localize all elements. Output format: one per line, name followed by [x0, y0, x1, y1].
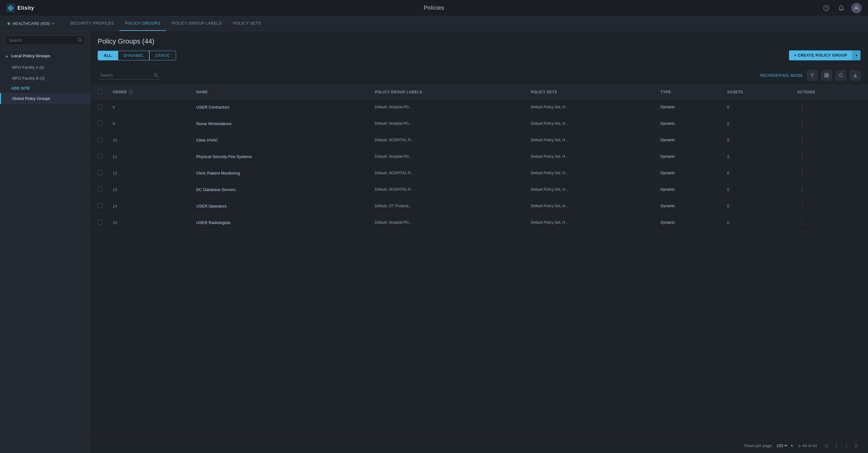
row-actions-button[interactable]: ⋮	[797, 103, 807, 111]
sidebar: ▲ Local Policy Groups MFG Facility A (6)…	[0, 31, 90, 453]
col-order[interactable]: Order i	[107, 85, 191, 99]
filter-icon-button[interactable]	[807, 70, 817, 81]
row-checkbox[interactable]	[98, 170, 103, 175]
order-info-icon[interactable]: i	[129, 90, 133, 94]
table-search-input[interactable]	[98, 71, 160, 79]
row-policy-group-labels: Default, Hospital-PG...	[370, 115, 526, 132]
local-policy-groups-header[interactable]: ▲ Local Policy Groups	[0, 50, 90, 62]
row-checkbox-cell[interactable]	[90, 148, 107, 165]
pagination-prev-button[interactable]: ⟨	[832, 441, 841, 450]
row-actions-button[interactable]: ⋮	[797, 218, 807, 227]
tab-policy-group-labels[interactable]: POLICY GROUP LABELS	[166, 16, 227, 31]
row-checkbox[interactable]	[98, 220, 103, 224]
row-checkbox[interactable]	[98, 154, 103, 159]
add-site-link[interactable]: ADD SITE	[0, 84, 90, 93]
row-checkbox[interactable]	[98, 203, 103, 208]
pagination-next-button[interactable]: ⟩	[842, 441, 850, 450]
global-policy-groups-section: Global Policy Groups	[0, 93, 90, 104]
help-button[interactable]: ?	[822, 3, 831, 13]
row-name: DC Database Servers	[191, 181, 370, 198]
table-row[interactable]: 10 Clinic HVAC Default, HOSPITAL-P... De…	[90, 132, 868, 148]
row-actions[interactable]: ⋮	[793, 198, 868, 214]
rows-per-page-label: Rows per page:	[744, 443, 773, 448]
select-all-checkbox[interactable]	[98, 89, 103, 94]
table-row[interactable]: 15 USER Radiologists Default, Hospital-P…	[90, 214, 868, 231]
pagination-last-button[interactable]: ⟩⟩	[852, 441, 861, 450]
row-actions[interactable]: ⋮	[793, 148, 868, 165]
grid-view-icon-button[interactable]	[822, 70, 832, 81]
notifications-button[interactable]	[836, 3, 846, 13]
row-actions-button[interactable]: ⋮	[797, 185, 807, 193]
row-actions-button[interactable]: ⋮	[797, 136, 807, 144]
filter-tab-dynamic[interactable]: DYNAMIC	[118, 51, 149, 60]
refresh-icon-button[interactable]	[836, 70, 846, 81]
table-search-wrap	[98, 71, 160, 79]
sidebar-item-mfg-b[interactable]: MFG Facility B (3)	[0, 73, 90, 84]
svg-rect-14	[825, 76, 826, 77]
user-avatar-button[interactable]	[851, 3, 862, 13]
svg-rect-12	[825, 73, 826, 75]
row-checkbox[interactable]	[98, 121, 103, 126]
row-actions[interactable]: ⋮	[793, 115, 868, 132]
row-name: Nurse Workstations	[191, 115, 370, 132]
filter-tab-static[interactable]: STATIC	[149, 51, 176, 60]
row-checkbox-cell[interactable]	[90, 181, 107, 198]
row-type: Dynamic	[655, 165, 722, 181]
reordering-mode-button[interactable]: REORDERING MODE	[761, 73, 803, 78]
org-status-dot	[7, 22, 10, 25]
row-policy-group-labels: Default, Hospital-PG...	[370, 99, 526, 115]
row-assets: 0	[722, 132, 793, 148]
row-checkbox-cell[interactable]	[90, 198, 107, 214]
row-checkbox[interactable]	[98, 137, 103, 142]
table-row[interactable]: 9 Nurse Workstations Default, Hospital-P…	[90, 115, 868, 132]
sidebar-item-mfg-a[interactable]: MFG Facility A (6)	[0, 62, 90, 73]
row-actions[interactable]: ⋮	[793, 181, 868, 198]
row-actions-button[interactable]: ⋮	[797, 202, 807, 210]
row-checkbox-cell[interactable]	[90, 132, 107, 148]
sidebar-item-global-policy-groups[interactable]: Global Policy Groups	[0, 93, 90, 104]
rows-per-page: Rows per page: 100 50 25 ▾	[744, 443, 793, 448]
row-actions[interactable]: ⋮	[793, 99, 868, 115]
svg-point-1	[10, 7, 11, 9]
row-checkbox[interactable]	[98, 104, 103, 109]
create-button-group: + CREATE POLICY GROUP ▾	[789, 51, 861, 60]
row-checkbox-cell[interactable]	[90, 165, 107, 181]
row-actions[interactable]: ⋮	[793, 165, 868, 181]
table-row[interactable]: 14 USER Operators Default, OT Producti..…	[90, 198, 868, 214]
create-policy-group-button[interactable]: + CREATE POLICY GROUP	[789, 51, 852, 60]
row-order: 8	[107, 99, 191, 115]
row-actions-button[interactable]: ⋮	[797, 152, 807, 160]
tab-policy-sets[interactable]: POLICY SETS	[227, 16, 267, 31]
row-name: Clinic Patient Monitoring	[191, 165, 370, 181]
logo-text: Elisity	[18, 5, 34, 11]
row-checkbox[interactable]	[98, 187, 103, 192]
sidebar-search-input[interactable]	[5, 35, 85, 45]
table-row[interactable]: 12 Clinic Patient Monitoring Default, HO…	[90, 165, 868, 181]
table-row[interactable]: 8 USER Contractors Default, Hospital-PG.…	[90, 99, 868, 115]
main-layout: ▲ Local Policy Groups MFG Facility A (6)…	[0, 31, 868, 453]
tab-policy-groups[interactable]: POLICY GROUPS	[120, 16, 166, 31]
row-checkbox-cell[interactable]	[90, 99, 107, 115]
table-row[interactable]: 11 Physical Security-Fire Systems Defaul…	[90, 148, 868, 165]
row-actions-button[interactable]: ⋮	[797, 169, 807, 177]
row-actions[interactable]: ⋮	[793, 132, 868, 148]
create-policy-group-dropdown-button[interactable]: ▾	[852, 51, 861, 60]
filter-tab-all[interactable]: ALL	[98, 51, 118, 60]
table-row[interactable]: 13 DC Database Servers Default, HOSPITAL…	[90, 181, 868, 198]
org-selector[interactable]: HEALTHCARE (633) ▾	[7, 21, 54, 26]
col-assets: Assets	[722, 85, 793, 99]
download-icon-button[interactable]	[850, 70, 861, 81]
pagination-first-button[interactable]: ⟨⟨	[822, 441, 831, 450]
row-name: Physical Security-Fire Systems	[191, 148, 370, 165]
tab-security-profiles[interactable]: SECURITY PROFILES	[64, 16, 120, 31]
row-assets: 0	[722, 181, 793, 198]
row-type: Dynamic	[655, 132, 722, 148]
row-checkbox-cell[interactable]	[90, 115, 107, 132]
row-checkbox-cell[interactable]	[90, 214, 107, 231]
rows-per-page-select[interactable]: 100 50 25	[775, 443, 788, 448]
row-actions-button[interactable]: ⋮	[797, 119, 807, 127]
row-policy-sets: Default Policy Set, H...	[526, 165, 655, 181]
row-actions[interactable]: ⋮	[793, 214, 868, 231]
svg-line-8	[157, 76, 158, 77]
toolbar-right: REORDERING MODE	[761, 70, 861, 81]
